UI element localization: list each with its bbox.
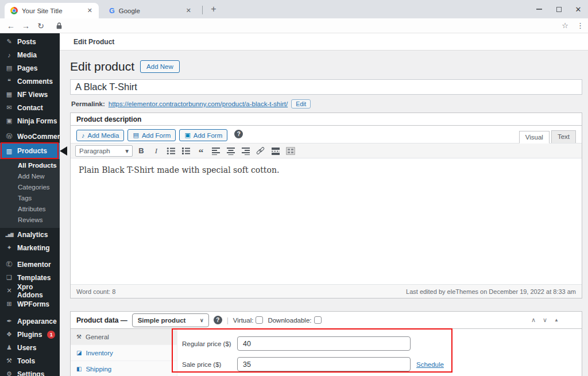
blockquote-icon[interactable]: “ <box>195 145 207 157</box>
sidebar-item-ninja-forms[interactable]: ▣Ninja Forms <box>0 114 60 127</box>
sidebar-item-appearance[interactable]: ✒Appearance <box>0 315 60 328</box>
sidebar-item-label: Marketing <box>17 244 50 252</box>
sidebar-item-label: NF Views <box>17 91 48 99</box>
tab-inventory[interactable]: ◪Inventory <box>71 345 177 361</box>
sidebar-item-wpforms[interactable]: ⊞WPForms <box>0 297 60 311</box>
inventory-icon: ◪ <box>76 350 82 356</box>
submenu-item-tags[interactable]: Tags <box>0 193 60 204</box>
products-submenu: All Products Add New Categories Tags Att… <box>0 159 60 228</box>
panel-title: Product description <box>71 113 582 126</box>
add-form-button-1[interactable]: ▤Add Form <box>127 129 176 141</box>
add-new-button[interactable]: Add New <box>140 60 180 73</box>
tab-shipping[interactable]: ◧Shipping <box>71 361 177 376</box>
align-center-icon[interactable] <box>225 145 237 157</box>
downloadable-checkbox[interactable] <box>314 316 322 324</box>
forward-icon[interactable]: → <box>18 21 33 30</box>
italic-button[interactable]: I <box>150 145 163 157</box>
virtual-checkbox[interactable] <box>256 316 263 324</box>
product-data-tabs: ⚒General ◪Inventory ◧Shipping <box>71 329 177 376</box>
regular-price-input[interactable] <box>237 336 411 351</box>
sidebar-item-elementor[interactable]: ⒺElementor <box>0 258 60 271</box>
sidebar-item-analytics[interactable]: ▂▅▇Analytics <box>0 228 60 241</box>
sidebar-item-marketing[interactable]: ✦Marketing <box>0 241 60 254</box>
annotation-arrow <box>60 146 67 156</box>
chevron-down-icon: ∨ <box>200 317 204 323</box>
move-up-icon[interactable]: ∧ <box>531 316 536 324</box>
product-title-input[interactable] <box>70 79 582 95</box>
sidebar-item-users[interactable]: ♟Users <box>0 341 60 354</box>
tools-icon: ⚒ <box>5 357 13 365</box>
sidebar-item-products[interactable]: ▥Products <box>0 143 60 159</box>
sidebar-item-pages[interactable]: ▤Pages <box>0 61 60 75</box>
woocommerce-icon: Ⓦ <box>5 132 13 141</box>
posts-icon: ✎ <box>5 38 13 45</box>
browser-menu-icon[interactable]: ⋮ <box>573 21 588 30</box>
sidebar-item-label: Users <box>17 344 36 352</box>
separator: | <box>227 316 229 324</box>
submenu-item-add-new[interactable]: Add New <box>0 171 60 182</box>
permalink-edit-button[interactable]: Edit <box>291 99 311 108</box>
permalink-url[interactable]: https://elementor.contractorbunny.com/pr… <box>109 100 288 107</box>
editor-content[interactable]: Plain Black T-Shirt made with special so… <box>71 158 582 284</box>
wrench-icon: ⚒ <box>76 334 82 340</box>
sale-price-input[interactable] <box>237 357 411 371</box>
link-icon[interactable] <box>254 145 267 157</box>
sidebar-item-tools[interactable]: ⚒Tools <box>0 354 60 367</box>
read-more-tag-icon[interactable] <box>269 145 282 157</box>
submenu-item-all-products[interactable]: All Products <box>0 160 60 171</box>
schedule-link[interactable]: Schedule <box>416 361 444 368</box>
sidebar-item-comments[interactable]: ❝Comments <box>0 75 60 88</box>
numbered-list-icon[interactable] <box>180 145 192 157</box>
add-media-button[interactable]: ♪Add Media <box>76 130 124 141</box>
move-down-icon[interactable]: ∨ <box>543 316 547 324</box>
tab-visual[interactable]: Visual <box>519 131 550 144</box>
maximize-icon[interactable] <box>549 0 568 18</box>
sidebar-item-posts[interactable]: ✎Posts <box>0 35 60 48</box>
browser-tab-site[interactable]: Your Site Title ✕ <box>5 3 99 18</box>
align-right-icon[interactable] <box>239 145 252 157</box>
sidebar-item-label: Appearance <box>17 317 57 325</box>
paragraph-dropdown[interactable]: Paragraph ▾ <box>75 145 133 157</box>
help-icon[interactable]: ? <box>214 316 222 324</box>
tab-close-icon[interactable]: ✕ <box>184 6 193 15</box>
toggle-panel-icon[interactable]: ▲ <box>554 317 559 323</box>
tab-text[interactable]: Text <box>551 130 576 143</box>
close-icon[interactable]: ✕ <box>568 0 588 18</box>
reload-icon[interactable]: ↻ <box>33 21 48 30</box>
sidebar-item-plugins[interactable]: ❖Plugins1 <box>0 328 60 341</box>
product-data-title: Product data — <box>76 316 127 324</box>
bullet-list-icon[interactable] <box>165 145 177 157</box>
sidebar-item-settings[interactable]: ⚙Settings <box>0 367 60 376</box>
align-left-icon[interactable] <box>210 145 222 157</box>
sidebar-item-contact[interactable]: ✉Contact <box>0 101 60 114</box>
minimize-icon[interactable] <box>529 0 549 18</box>
browser-tab-google[interactable]: G Google ✕ <box>103 3 198 18</box>
submenu-item-reviews[interactable]: Reviews <box>0 215 60 226</box>
product-type-select[interactable]: Simple product ∨ <box>132 313 209 327</box>
toolbar-toggle-icon[interactable] <box>284 145 297 157</box>
elementor-icon: Ⓔ <box>5 260 13 269</box>
new-tab-button[interactable]: + <box>207 2 220 16</box>
submenu-item-attributes[interactable]: Attributes <box>0 204 60 215</box>
add-form-button-2[interactable]: ▣Add Form <box>179 129 227 141</box>
sidebar-item-label: Analytics <box>17 231 48 239</box>
submenu-item-categories[interactable]: Categories <box>0 182 60 193</box>
sidebar-item-media[interactable]: ♪Media <box>0 48 60 61</box>
sidebar-item-xpro-addons[interactable]: ✕Xpro Addons <box>0 284 60 297</box>
back-icon[interactable]: ← <box>3 21 18 30</box>
bold-button[interactable]: B <box>135 145 148 157</box>
help-icon[interactable]: ? <box>234 130 243 138</box>
tab-close-icon[interactable]: ✕ <box>86 6 94 15</box>
product-description-panel: Product description ♪Add Media ▤Add Form… <box>70 113 582 299</box>
sidebar-item-label: Contact <box>17 104 43 112</box>
form-icon: ▤ <box>133 131 138 139</box>
sidebar-item-nf-views[interactable]: ▦NF Views <box>0 88 60 101</box>
sidebar-item-label: Elementor <box>17 261 51 269</box>
bookmark-star-icon[interactable]: ☆ <box>557 21 573 30</box>
tab-general[interactable]: ⚒General <box>71 329 177 345</box>
lock-icon <box>56 22 62 29</box>
sidebar-item-woocommerce[interactable]: ⓌWooCommerce <box>0 130 60 143</box>
virtual-label: Virtual: <box>233 316 264 324</box>
google-favicon: G <box>109 7 115 15</box>
media-icon: ♪ <box>82 132 85 139</box>
